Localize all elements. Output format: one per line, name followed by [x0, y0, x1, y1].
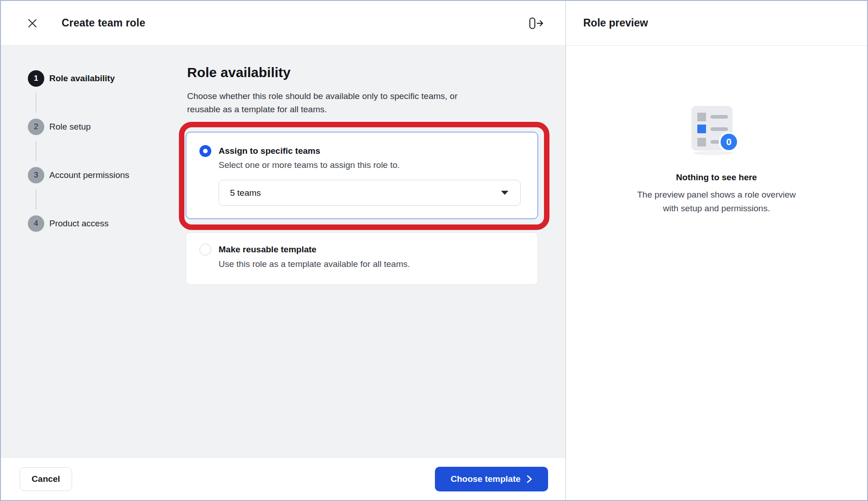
- close-icon: [27, 18, 38, 29]
- list-square-gray: [697, 113, 706, 121]
- list-square-gray: [697, 138, 706, 146]
- option-assign-specific-teams[interactable]: Assign to specific teams Select one or m…: [186, 132, 538, 219]
- preview-header: Role preview: [566, 1, 867, 46]
- step-connector: [36, 141, 37, 161]
- list-bar: [711, 127, 728, 131]
- teams-select-value: 5 teams: [230, 188, 261, 198]
- preview-title: Role preview: [583, 17, 648, 29]
- option-make-reusable-template[interactable]: Make reusable template Use this role as …: [186, 232, 538, 285]
- list-bar: [711, 115, 728, 119]
- choose-template-button[interactable]: Choose template: [435, 467, 548, 491]
- option-2-description: Use this role as a template available fo…: [219, 259, 538, 269]
- caret-down-icon: [501, 191, 508, 195]
- step-1-circle: 1: [28, 70, 44, 87]
- teams-select[interactable]: 5 teams: [219, 180, 521, 206]
- zero-count-badge: 0: [719, 132, 739, 152]
- option-1-label: Assign to specific teams: [219, 146, 320, 156]
- step-2-circle: 2: [28, 119, 44, 135]
- empty-state-line-2: with setup and permissions.: [637, 202, 795, 215]
- step-connector: [36, 93, 37, 113]
- step-4-circle: 4: [28, 215, 44, 232]
- step-2-label: Role setup: [49, 122, 91, 132]
- wizard-column: Create team role 1 Role availability: [1, 1, 566, 500]
- option-2-label: Make reusable template: [219, 245, 316, 255]
- step-account-permissions[interactable]: 3 Account permissions: [28, 167, 129, 183]
- wizard-body: 1 Role availability 2 Role setup 3 Accou…: [1, 46, 565, 457]
- stepper: 1 Role availability 2 Role setup 3 Accou…: [28, 70, 129, 232]
- step-3-circle: 3: [28, 167, 44, 183]
- empty-state-description: The preview panel shows a role overview …: [637, 188, 795, 215]
- choose-template-label: Choose template: [450, 474, 520, 484]
- radio-unselected-icon[interactable]: [199, 244, 211, 256]
- wizard-footer: Cancel Choose template: [1, 457, 565, 500]
- step-role-availability[interactable]: 1 Role availability: [28, 70, 129, 87]
- page-description-line-2: reusable as a template for all teams.: [187, 103, 458, 116]
- option-1-radio-row[interactable]: Assign to specific teams: [199, 145, 538, 157]
- list-square-blue: [697, 125, 706, 133]
- collapse-panel-button[interactable]: [527, 16, 545, 31]
- chevron-right-icon: [526, 475, 533, 483]
- option-1-description: Select one or more teams to assign this …: [219, 160, 538, 170]
- empty-state-heading: Nothing to see here: [676, 172, 757, 183]
- radio-selected-icon[interactable]: [199, 145, 211, 157]
- empty-list-illustration-icon: 0: [689, 106, 744, 157]
- page-description-line-1: Choose whether this role should be avail…: [187, 89, 458, 103]
- dialog-title: Create team role: [62, 17, 145, 29]
- wizard-header: Create team role: [1, 1, 565, 46]
- step-3-label: Account permissions: [49, 170, 129, 180]
- create-team-role-dialog: Create team role 1 Role availability: [0, 0, 868, 501]
- role-preview-panel: Role preview 0 Nothing to see here The p…: [566, 1, 867, 500]
- page-description: Choose whether this role should be avail…: [187, 89, 458, 116]
- preview-empty-state: 0 Nothing to see here The preview panel …: [566, 46, 867, 500]
- page-title: Role availability: [187, 65, 291, 80]
- step-1-label: Role availability: [49, 73, 115, 84]
- step-connector: [36, 189, 37, 209]
- close-button[interactable]: [25, 16, 40, 31]
- option-2-radio-row[interactable]: Make reusable template: [199, 244, 538, 256]
- cancel-button[interactable]: Cancel: [20, 467, 72, 491]
- empty-state-line-1: The preview panel shows a role overview: [637, 188, 795, 202]
- step-4-label: Product access: [49, 219, 109, 229]
- step-role-setup[interactable]: 2 Role setup: [28, 119, 129, 135]
- panel-collapse-right-icon: [529, 17, 544, 30]
- step-product-access[interactable]: 4 Product access: [28, 215, 129, 232]
